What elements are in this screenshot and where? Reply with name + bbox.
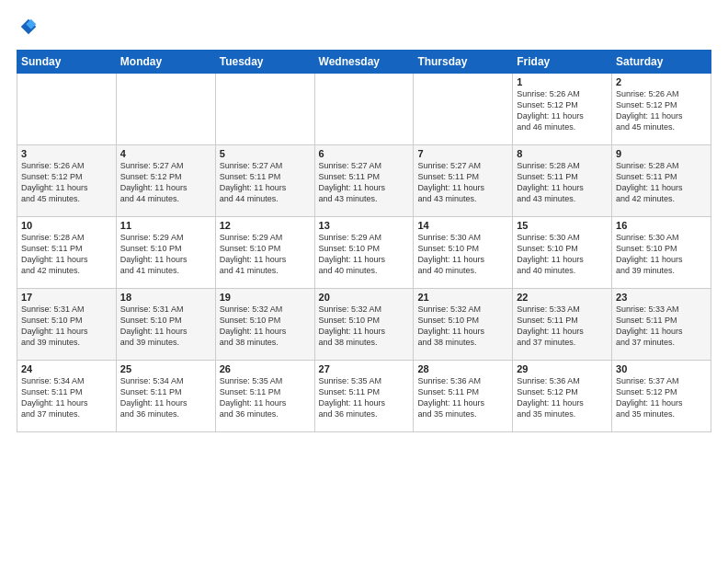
calendar-cell: 24Sunrise: 5:34 AM Sunset: 5:11 PM Dayli… xyxy=(17,361,117,432)
day-info: Sunrise: 5:33 AM Sunset: 5:11 PM Dayligh… xyxy=(517,304,608,349)
logo xyxy=(17,17,39,40)
day-info: Sunrise: 5:31 AM Sunset: 5:10 PM Dayligh… xyxy=(120,304,211,349)
day-number: 9 xyxy=(616,148,707,159)
day-number: 21 xyxy=(417,292,508,303)
day-info: Sunrise: 5:30 AM Sunset: 5:10 PM Dayligh… xyxy=(517,232,608,277)
calendar-cell: 8Sunrise: 5:28 AM Sunset: 5:11 PM Daylig… xyxy=(513,145,612,217)
day-number: 7 xyxy=(417,148,508,159)
day-info: Sunrise: 5:28 AM Sunset: 5:11 PM Dayligh… xyxy=(616,160,707,205)
day-number: 14 xyxy=(417,220,508,231)
day-number: 17 xyxy=(21,292,112,303)
calendar-cell: 12Sunrise: 5:29 AM Sunset: 5:10 PM Dayli… xyxy=(215,217,314,289)
day-number: 15 xyxy=(517,220,608,231)
calendar-cell: 29Sunrise: 5:36 AM Sunset: 5:12 PM Dayli… xyxy=(513,361,612,432)
day-number: 11 xyxy=(120,220,211,231)
calendar-header-thursday: Thursday xyxy=(414,51,513,74)
day-info: Sunrise: 5:32 AM Sunset: 5:10 PM Dayligh… xyxy=(417,304,508,349)
day-number: 2 xyxy=(616,76,707,87)
calendar-cell xyxy=(17,74,117,145)
day-info: Sunrise: 5:26 AM Sunset: 5:12 PM Dayligh… xyxy=(21,160,112,205)
calendar-cell: 26Sunrise: 5:35 AM Sunset: 5:11 PM Dayli… xyxy=(215,361,314,432)
day-info: Sunrise: 5:35 AM Sunset: 5:11 PM Dayligh… xyxy=(220,375,311,420)
calendar-cell: 22Sunrise: 5:33 AM Sunset: 5:11 PM Dayli… xyxy=(513,289,612,361)
day-number: 19 xyxy=(220,292,311,303)
day-number: 23 xyxy=(616,292,707,303)
day-number: 13 xyxy=(319,220,410,231)
day-number: 6 xyxy=(319,148,410,159)
calendar-cell: 5Sunrise: 5:27 AM Sunset: 5:11 PM Daylig… xyxy=(215,145,314,217)
calendar-cell: 1Sunrise: 5:26 AM Sunset: 5:12 PM Daylig… xyxy=(513,74,612,145)
day-number: 25 xyxy=(120,363,211,374)
calendar-table: SundayMondayTuesdayWednesdayThursdayFrid… xyxy=(17,50,711,432)
day-info: Sunrise: 5:27 AM Sunset: 5:11 PM Dayligh… xyxy=(417,160,508,205)
calendar-cell: 3Sunrise: 5:26 AM Sunset: 5:12 PM Daylig… xyxy=(17,145,117,217)
day-info: Sunrise: 5:37 AM Sunset: 5:12 PM Dayligh… xyxy=(616,375,707,420)
day-info: Sunrise: 5:29 AM Sunset: 5:10 PM Dayligh… xyxy=(220,232,311,277)
day-info: Sunrise: 5:27 AM Sunset: 5:11 PM Dayligh… xyxy=(319,160,410,205)
day-info: Sunrise: 5:36 AM Sunset: 5:11 PM Dayligh… xyxy=(417,375,508,420)
day-number: 29 xyxy=(517,363,608,374)
day-number: 4 xyxy=(120,148,211,159)
calendar-cell: 7Sunrise: 5:27 AM Sunset: 5:11 PM Daylig… xyxy=(414,145,513,217)
day-info: Sunrise: 5:32 AM Sunset: 5:10 PM Dayligh… xyxy=(220,304,311,349)
day-number: 12 xyxy=(220,220,311,231)
calendar-cell: 13Sunrise: 5:29 AM Sunset: 5:10 PM Dayli… xyxy=(314,217,414,289)
day-number: 24 xyxy=(21,363,112,374)
day-number: 5 xyxy=(220,148,311,159)
calendar-cell: 4Sunrise: 5:27 AM Sunset: 5:12 PM Daylig… xyxy=(116,145,215,217)
calendar-cell: 18Sunrise: 5:31 AM Sunset: 5:10 PM Dayli… xyxy=(116,289,215,361)
calendar-cell: 11Sunrise: 5:29 AM Sunset: 5:10 PM Dayli… xyxy=(116,217,215,289)
calendar-week-5: 24Sunrise: 5:34 AM Sunset: 5:11 PM Dayli… xyxy=(17,361,711,432)
day-info: Sunrise: 5:32 AM Sunset: 5:10 PM Dayligh… xyxy=(319,304,410,349)
day-info: Sunrise: 5:28 AM Sunset: 5:11 PM Dayligh… xyxy=(517,160,608,205)
calendar-cell: 15Sunrise: 5:30 AM Sunset: 5:10 PM Dayli… xyxy=(513,217,612,289)
day-number: 18 xyxy=(120,292,211,303)
calendar-week-1: 1Sunrise: 5:26 AM Sunset: 5:12 PM Daylig… xyxy=(17,74,711,145)
calendar-cell: 20Sunrise: 5:32 AM Sunset: 5:10 PM Dayli… xyxy=(314,289,414,361)
calendar-header-sunday: Sunday xyxy=(17,51,117,74)
calendar-cell: 6Sunrise: 5:27 AM Sunset: 5:11 PM Daylig… xyxy=(314,145,414,217)
day-info: Sunrise: 5:33 AM Sunset: 5:11 PM Dayligh… xyxy=(616,304,707,349)
calendar-cell xyxy=(116,74,215,145)
day-info: Sunrise: 5:26 AM Sunset: 5:12 PM Dayligh… xyxy=(616,88,707,133)
day-number: 8 xyxy=(517,148,608,159)
calendar-cell: 27Sunrise: 5:35 AM Sunset: 5:11 PM Dayli… xyxy=(314,361,414,432)
calendar-cell: 21Sunrise: 5:32 AM Sunset: 5:10 PM Dayli… xyxy=(414,289,513,361)
day-number: 22 xyxy=(517,292,608,303)
calendar-header-saturday: Saturday xyxy=(612,51,711,74)
calendar-header-row: SundayMondayTuesdayWednesdayThursdayFrid… xyxy=(17,51,711,74)
calendar-cell: 28Sunrise: 5:36 AM Sunset: 5:11 PM Dayli… xyxy=(414,361,513,432)
calendar-cell xyxy=(314,74,414,145)
day-number: 27 xyxy=(319,363,410,374)
calendar-cell: 14Sunrise: 5:30 AM Sunset: 5:10 PM Dayli… xyxy=(414,217,513,289)
day-info: Sunrise: 5:27 AM Sunset: 5:12 PM Dayligh… xyxy=(120,160,211,205)
calendar-cell xyxy=(215,74,314,145)
day-info: Sunrise: 5:29 AM Sunset: 5:10 PM Dayligh… xyxy=(120,232,211,277)
calendar-week-3: 10Sunrise: 5:28 AM Sunset: 5:11 PM Dayli… xyxy=(17,217,711,289)
day-info: Sunrise: 5:34 AM Sunset: 5:11 PM Dayligh… xyxy=(21,375,112,420)
day-number: 16 xyxy=(616,220,707,231)
day-number: 28 xyxy=(417,363,508,374)
calendar-cell: 2Sunrise: 5:26 AM Sunset: 5:12 PM Daylig… xyxy=(612,74,711,145)
day-number: 10 xyxy=(21,220,112,231)
header xyxy=(17,17,711,40)
calendar-header-wednesday: Wednesday xyxy=(314,51,414,74)
day-info: Sunrise: 5:27 AM Sunset: 5:11 PM Dayligh… xyxy=(220,160,311,205)
calendar-cell: 23Sunrise: 5:33 AM Sunset: 5:11 PM Dayli… xyxy=(612,289,711,361)
day-number: 30 xyxy=(616,363,707,374)
calendar-week-2: 3Sunrise: 5:26 AM Sunset: 5:12 PM Daylig… xyxy=(17,145,711,217)
calendar-cell: 9Sunrise: 5:28 AM Sunset: 5:11 PM Daylig… xyxy=(612,145,711,217)
day-info: Sunrise: 5:28 AM Sunset: 5:11 PM Dayligh… xyxy=(21,232,112,277)
day-info: Sunrise: 5:29 AM Sunset: 5:10 PM Dayligh… xyxy=(319,232,410,277)
day-info: Sunrise: 5:30 AM Sunset: 5:10 PM Dayligh… xyxy=(616,232,707,277)
calendar-cell: 17Sunrise: 5:31 AM Sunset: 5:10 PM Dayli… xyxy=(17,289,117,361)
day-info: Sunrise: 5:26 AM Sunset: 5:12 PM Dayligh… xyxy=(517,88,608,133)
day-info: Sunrise: 5:35 AM Sunset: 5:11 PM Dayligh… xyxy=(319,375,410,420)
calendar-cell xyxy=(414,74,513,145)
calendar-cell: 19Sunrise: 5:32 AM Sunset: 5:10 PM Dayli… xyxy=(215,289,314,361)
day-number: 3 xyxy=(21,148,112,159)
day-number: 1 xyxy=(517,76,608,87)
day-info: Sunrise: 5:30 AM Sunset: 5:10 PM Dayligh… xyxy=(417,232,508,277)
calendar-header-tuesday: Tuesday xyxy=(215,51,314,74)
calendar-cell: 16Sunrise: 5:30 AM Sunset: 5:10 PM Dayli… xyxy=(612,217,711,289)
